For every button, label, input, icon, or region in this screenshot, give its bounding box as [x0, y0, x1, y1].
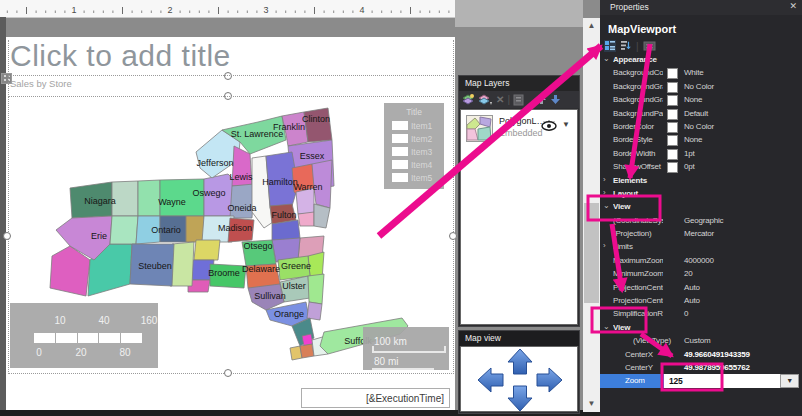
- add-layer-icon[interactable]: [462, 93, 475, 106]
- categorized-view-icon[interactable]: [604, 40, 616, 52]
- map-distance-scale[interactable]: 100 km 80 mi: [363, 327, 449, 370]
- map-layers-list[interactable]: PolygonL… Embedded ▼: [460, 109, 578, 325]
- property-row-elements[interactable]: ›Elements: [600, 174, 802, 187]
- legend-swatch: [392, 160, 408, 169]
- scrollbar-thumb[interactable]: [584, 203, 599, 303]
- property-value[interactable]: No Color: [684, 122, 714, 131]
- chevron-expanded-icon[interactable]: ⌄: [603, 54, 610, 63]
- vertical-scrollbar[interactable]: ▲ ▼: [583, 18, 600, 412]
- property-row-backgroundcolor[interactable]: BackgroundColorWhite: [600, 66, 802, 79]
- property-row-view[interactable]: ⌄View: [600, 321, 802, 334]
- property-row-maximumzoom[interactable]: MaximumZoom4000000: [600, 254, 802, 267]
- property-row-coordinatesyster[interactable]: (CoordinateSysterGeographic: [600, 214, 802, 227]
- property-row-backgroundpatte[interactable]: BackgroundPatteDefault: [600, 107, 802, 120]
- pan-left-arrow[interactable]: [478, 368, 503, 392]
- county-shape[interactable]: [307, 302, 322, 320]
- report-title-placeholder[interactable]: Click to add title: [10, 39, 231, 73]
- county-shape[interactable]: [314, 204, 330, 228]
- property-row-simplificationresc[interactable]: SimplificationResc0: [600, 307, 802, 320]
- property-value[interactable]: Auto: [684, 283, 700, 292]
- pan-down-arrow[interactable]: [508, 386, 532, 411]
- layer-dropdown-icon[interactable]: ▼: [562, 120, 570, 129]
- property-value[interactable]: 0: [684, 309, 688, 318]
- property-row-backgroundgradi[interactable]: BackgroundGradiNo Color: [600, 80, 802, 93]
- map-color-scale[interactable]: 104016002080: [10, 303, 158, 368]
- value-dropdown-button[interactable]: ▼: [780, 374, 799, 387]
- property-row-viewtype[interactable]: (ViewType)Custom: [600, 334, 802, 347]
- resize-handle[interactable]: [224, 72, 232, 80]
- layer-name[interactable]: PolygonL…: [499, 116, 546, 126]
- county-shape[interactable]: [308, 274, 324, 304]
- property-value[interactable]: Geographic: [684, 216, 723, 225]
- property-value[interactable]: White: [684, 68, 703, 77]
- property-value[interactable]: 20: [684, 269, 693, 278]
- zoom-value[interactable]: 125: [669, 376, 683, 386]
- property-row-appearance[interactable]: ⌄Appearance: [600, 53, 802, 66]
- property-row-projection[interactable]: (Projection)Mercator: [600, 227, 802, 240]
- property-value[interactable]: 49.9878959655762: [684, 363, 750, 372]
- svg-text:2: 2: [167, 5, 172, 15]
- property-value[interactable]: 1pt: [684, 149, 695, 158]
- chevron-expanded-icon[interactable]: ⌄: [603, 201, 610, 210]
- property-value-editor[interactable]: 125: [664, 374, 780, 387]
- property-value[interactable]: Custom: [684, 336, 710, 345]
- map-legend[interactable]: Title Item1Item2Item3Item4Item5: [384, 103, 444, 189]
- property-value[interactable]: None: [684, 135, 702, 144]
- move-layer-down-icon[interactable]: [550, 94, 561, 105]
- property-row-backgroundgradi[interactable]: BackgroundGradiNone: [600, 93, 802, 106]
- alphabetical-sort-icon[interactable]: [620, 40, 632, 52]
- execution-time-textbox[interactable]: [&ExecutionTime]: [301, 388, 450, 408]
- county-shape[interactable]: [186, 216, 204, 242]
- sales-by-store-textbox[interactable]: Sales by Store: [10, 78, 72, 89]
- layer-visibility-eye-icon[interactable]: [541, 119, 558, 131]
- county-shape[interactable]: [300, 344, 314, 358]
- chevron-expanded-icon[interactable]: ⌄: [603, 322, 610, 331]
- layer-thumbnail: [466, 115, 493, 142]
- property-row-projectioncentery[interactable]: ProjectionCenterYAuto: [600, 294, 802, 307]
- layer-wizard-icon[interactable]: [478, 93, 493, 106]
- resize-handle[interactable]: [224, 369, 232, 377]
- layer-properties-icon[interactable]: [513, 94, 524, 106]
- property-row-view[interactable]: ⌄View: [600, 200, 802, 213]
- chevron-collapsed-icon[interactable]: ›: [603, 241, 605, 250]
- design-surface[interactable]: Click to add title Sales by Store Niagar…: [6, 37, 455, 410]
- property-row-borderstyle[interactable]: BorderStyleNone: [600, 133, 802, 146]
- county-shape[interactable]: [298, 212, 314, 226]
- property-row-centery[interactable]: CenterY49.9878959655762: [600, 361, 802, 374]
- property-row-layout[interactable]: ›Layout: [600, 187, 802, 200]
- property-row-bordercolor[interactable]: BorderColorNo Color: [600, 120, 802, 133]
- county-label: Clinton: [302, 114, 330, 124]
- scroll-down-button[interactable]: ▼: [583, 396, 600, 412]
- property-value[interactable]: Auto: [684, 296, 700, 305]
- property-value[interactable]: 49.9660491943359: [684, 350, 750, 359]
- county-shape[interactable]: [112, 181, 138, 216]
- property-value[interactable]: 4000000: [684, 256, 714, 265]
- property-value[interactable]: Default: [684, 109, 708, 118]
- pan-right-arrow[interactable]: [537, 368, 562, 392]
- scroll-up-button[interactable]: ▲: [583, 18, 600, 34]
- property-row-shadowoffset[interactable]: ShadowOffset0pt: [600, 160, 802, 173]
- property-row-centerx[interactable]: CenterX49.9660491943359: [600, 348, 802, 361]
- color-scale-label: 40: [92, 315, 116, 326]
- county-shape[interactable]: [138, 180, 160, 216]
- pan-up-arrow[interactable]: [508, 349, 532, 374]
- county-shape[interactable]: [194, 240, 220, 260]
- properties-panel-header: Properties: [600, 0, 802, 15]
- county-shape[interactable]: [110, 216, 138, 244]
- property-value[interactable]: Mercator: [684, 229, 714, 238]
- property-value[interactable]: None: [684, 95, 702, 104]
- property-row-borderwidth[interactable]: BorderWidth1pt: [600, 147, 802, 160]
- close-icon[interactable]: ✕: [789, 1, 797, 11]
- property-value[interactable]: No Color: [684, 82, 714, 91]
- resize-handle[interactable]: [3, 232, 11, 240]
- property-row-zoom[interactable]: Zoom125▼: [600, 374, 802, 387]
- move-layer-up-icon[interactable]: [536, 94, 547, 105]
- chevron-collapsed-icon[interactable]: ›: [603, 188, 605, 197]
- property-value[interactable]: 0pt: [684, 162, 695, 171]
- chevron-collapsed-icon[interactable]: ›: [603, 175, 605, 184]
- resize-handle[interactable]: [449, 232, 457, 240]
- property-row-limits[interactable]: ›Limits: [600, 240, 802, 253]
- delete-layer-icon[interactable]: ✕: [496, 94, 504, 105]
- property-row-projectioncenterx[interactable]: ProjectionCenterXAuto: [600, 281, 802, 294]
- property-row-minimumzoom[interactable]: MinimumZoom20: [600, 267, 802, 280]
